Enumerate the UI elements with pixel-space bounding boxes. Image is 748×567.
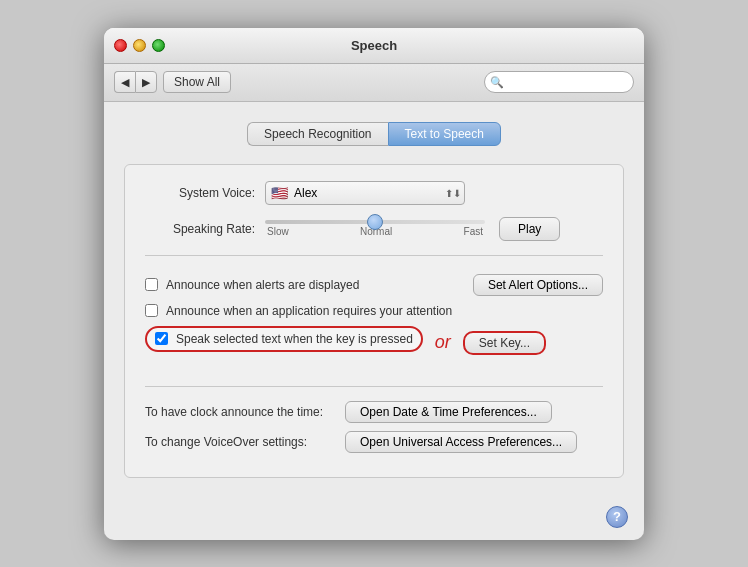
settings-panel: System Voice: 🇺🇸 Alex ⬆⬇ Speaking Rate: — [124, 164, 624, 478]
announce-app-row: Announce when an application requires yo… — [145, 304, 603, 318]
announce-app-checkbox[interactable] — [145, 304, 158, 317]
divider-2 — [145, 386, 603, 387]
divider-1 — [145, 255, 603, 256]
open-date-time-button[interactable]: Open Date & Time Preferences... — [345, 401, 552, 423]
clock-row: To have clock announce the time: Open Da… — [145, 401, 603, 423]
clock-label: To have clock announce the time: — [145, 405, 345, 419]
play-button[interactable]: Play — [499, 217, 560, 241]
tab-speech-recognition[interactable]: Speech Recognition — [247, 122, 387, 146]
show-all-button[interactable]: Show All — [163, 71, 231, 93]
search-input[interactable] — [484, 71, 634, 93]
speaking-rate-row: Speaking Rate: Slow Normal Fast Play — [145, 217, 603, 241]
speak-selected-checkbox[interactable] — [155, 332, 168, 345]
rate-label: Speaking Rate: — [145, 222, 255, 236]
speak-selected-row: Speak selected text when the key is pres… — [145, 326, 603, 360]
voice-label: System Voice: — [145, 186, 255, 200]
rate-slider-track[interactable] — [265, 220, 485, 224]
speech-window: Speech ◀ ▶ Show All 🔍 Speech Recognition… — [104, 28, 644, 540]
voice-row: System Voice: 🇺🇸 Alex ⬆⬇ — [145, 181, 603, 205]
toolbar: ◀ ▶ Show All 🔍 — [104, 64, 644, 102]
slow-label: Slow — [267, 226, 289, 237]
search-wrapper: 🔍 — [484, 71, 634, 93]
search-icon: 🔍 — [490, 76, 504, 89]
footer: ? — [104, 498, 644, 540]
close-button[interactable] — [114, 39, 127, 52]
forward-button[interactable]: ▶ — [135, 71, 157, 93]
nav-btn-group: ◀ ▶ — [114, 71, 157, 93]
rate-slider-thumb[interactable] — [367, 214, 383, 230]
back-button[interactable]: ◀ — [114, 71, 135, 93]
announce-alerts-row: Announce when alerts are displayed Set A… — [145, 274, 603, 296]
fast-label: Fast — [464, 226, 483, 237]
open-universal-access-button[interactable]: Open Universal Access Preferences... — [345, 431, 577, 453]
announce-alerts-label: Announce when alerts are displayed — [166, 278, 473, 292]
options-section: Announce when alerts are displayed Set A… — [145, 270, 603, 372]
rate-slider-container: Slow Normal Fast — [265, 220, 485, 237]
set-alert-options-button[interactable]: Set Alert Options... — [473, 274, 603, 296]
voiceover-label: To change VoiceOver settings: — [145, 435, 345, 449]
help-button[interactable]: ? — [606, 506, 628, 528]
speak-selected-highlight: Speak selected text when the key is pres… — [145, 326, 423, 352]
titlebar: Speech — [104, 28, 644, 64]
speak-selected-label: Speak selected text when the key is pres… — [176, 332, 413, 346]
announce-alerts-checkbox[interactable] — [145, 278, 158, 291]
announce-app-label: Announce when an application requires yo… — [166, 304, 603, 318]
window-title: Speech — [351, 38, 397, 53]
tab-text-to-speech[interactable]: Text to Speech — [388, 122, 501, 146]
voice-select-wrapper: 🇺🇸 Alex ⬆⬇ — [265, 181, 465, 205]
minimize-button[interactable] — [133, 39, 146, 52]
voice-select[interactable]: Alex — [265, 181, 465, 205]
voiceover-row: To change VoiceOver settings: Open Unive… — [145, 431, 603, 453]
set-key-button[interactable]: Set Key... — [463, 331, 546, 355]
content-area: Speech Recognition Text to Speech System… — [104, 102, 644, 498]
tab-bar: Speech Recognition Text to Speech — [124, 122, 624, 146]
maximize-button[interactable] — [152, 39, 165, 52]
or-label: or — [435, 332, 451, 353]
traffic-lights — [114, 39, 165, 52]
